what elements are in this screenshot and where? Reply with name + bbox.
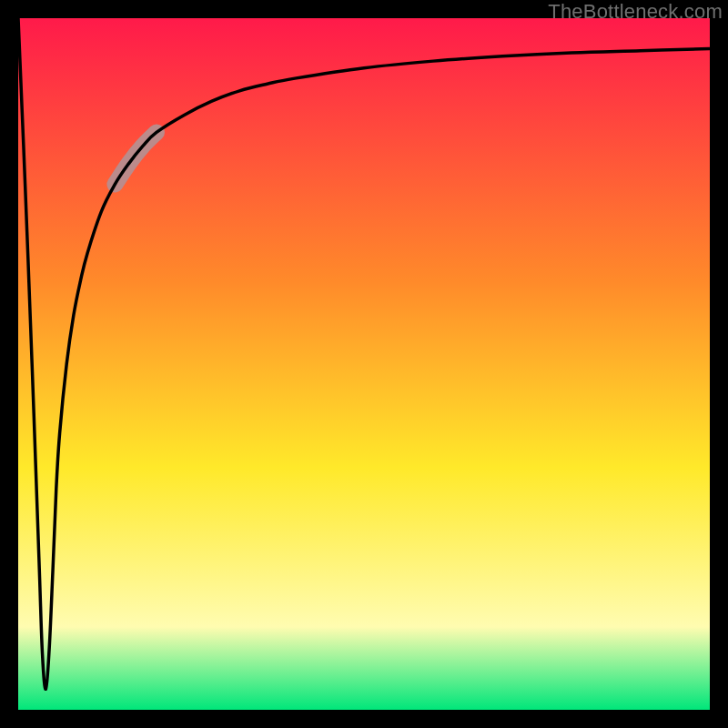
plot-area: [18, 18, 710, 710]
chart-frame: TheBottleneck.com: [0, 0, 728, 728]
gradient-background: [18, 18, 710, 710]
chart-svg: [18, 18, 710, 710]
